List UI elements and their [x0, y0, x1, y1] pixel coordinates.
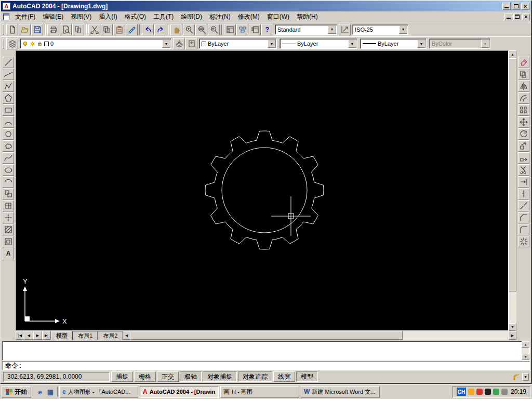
taskbar-task-button[interactable]: AAutoCAD 2004 - [Drawin... — [140, 386, 219, 398]
command-history[interactable]: 命令:命令: _.erase 找到 1 个 ▲ ▼ — [2, 341, 530, 361]
construction-line-button[interactable] — [3, 69, 14, 80]
layer-lock-icon[interactable] — [37, 41, 43, 47]
status-toggle-button[interactable]: 模型 — [296, 371, 318, 382]
arc-button[interactable] — [3, 116, 14, 128]
tool-palettes-button[interactable] — [249, 24, 261, 35]
horizontal-scroll-thumb[interactable] — [130, 331, 403, 340]
revcloud-button[interactable] — [3, 140, 14, 152]
toolbar-grip[interactable] — [3, 38, 4, 49]
make-object-layer-current-button[interactable] — [173, 38, 185, 49]
scroll-right-button[interactable]: ▶ — [509, 331, 516, 340]
vertical-scroll-track[interactable] — [509, 58, 516, 323]
status-toggle-button[interactable]: 正交 — [157, 371, 179, 382]
dropdown-arrow-icon[interactable]: ▼ — [399, 25, 407, 34]
tray-icon-2[interactable] — [476, 389, 483, 395]
tab-nav-button[interactable]: |◀ — [16, 331, 24, 340]
line-button[interactable] — [3, 57, 14, 68]
coordinate-display[interactable]: 302.6213, 69.2981, 0.0000 — [3, 372, 110, 382]
plot-preview-button[interactable] — [60, 24, 72, 35]
dim-style-button[interactable] — [339, 24, 351, 35]
minimize-button[interactable] — [502, 3, 511, 10]
mtext-button[interactable]: A — [3, 248, 14, 259]
status-toggle-button[interactable]: 对象追踪 — [238, 371, 272, 382]
redo-button[interactable] — [154, 24, 166, 35]
menu-item[interactable]: 文件(F) — [11, 11, 39, 22]
break-button[interactable] — [518, 200, 529, 211]
vertical-scroll-thumb[interactable] — [509, 58, 516, 291]
layer-on-icon[interactable] — [22, 41, 28, 47]
fillet-button[interactable] — [518, 224, 529, 235]
point-button[interactable] — [3, 212, 14, 223]
hatch-button[interactable] — [3, 224, 14, 235]
extend-button[interactable] — [518, 176, 529, 188]
ellipse-button[interactable] — [3, 164, 14, 176]
close-button[interactable]: × — [521, 3, 529, 10]
linetype-combo[interactable]: ByLayer ▼ — [280, 38, 357, 49]
properties-button[interactable] — [224, 24, 236, 35]
menu-item[interactable]: 标注(N) — [206, 11, 234, 22]
copy-clip-button[interactable] — [101, 24, 113, 35]
command-scroll-down-button[interactable]: ▼ — [522, 354, 529, 360]
menu-item[interactable]: 视图(V) — [67, 11, 95, 22]
command-scroll-up-button[interactable]: ▲ — [522, 341, 529, 348]
command-input[interactable]: 命令: — [2, 361, 530, 370]
save-button[interactable] — [31, 24, 43, 35]
tab-nav-button[interactable]: ▶| — [42, 331, 51, 340]
horizontal-scrollbar[interactable]: ◀ ▶ — [123, 331, 516, 340]
status-toggle-button[interactable]: 极轴 — [180, 371, 202, 382]
layer-previous-button[interactable] — [185, 38, 197, 49]
volume-icon[interactable] — [501, 389, 508, 395]
start-button[interactable]: 开始 — [2, 386, 31, 398]
rotate-button[interactable] — [518, 128, 529, 140]
make-block-button[interactable] — [3, 200, 14, 211]
zoom-window-button[interactable] — [195, 24, 207, 35]
tab-model[interactable]: 模型 — [51, 331, 73, 340]
tray-icon-1[interactable] — [468, 389, 474, 395]
rectangle-button[interactable] — [3, 104, 14, 116]
menu-item[interactable]: 编辑(E) — [39, 11, 67, 22]
offset-button[interactable] — [518, 92, 529, 104]
undo-button[interactable] — [142, 24, 154, 35]
scroll-down-button[interactable]: ▼ — [509, 323, 516, 331]
trim-button[interactable] — [518, 164, 529, 176]
polyline-button[interactable] — [3, 81, 14, 92]
color-combo[interactable]: ByLayer ▼ — [199, 38, 277, 49]
internet-explorer-icon[interactable]: e — [35, 387, 45, 396]
status-toggle-button[interactable]: 对象捕捉 — [203, 371, 237, 382]
layer-manager-button[interactable] — [6, 38, 18, 49]
qnew-button[interactable] — [6, 24, 18, 35]
zoom-previous-button[interactable] — [208, 24, 220, 35]
cut-button[interactable] — [88, 24, 100, 35]
circle-button[interactable] — [3, 128, 14, 140]
polygon-button[interactable] — [3, 92, 14, 104]
paste-button[interactable] — [113, 24, 125, 35]
scale-button[interactable] — [518, 140, 529, 152]
clock[interactable]: 20:19 — [510, 388, 526, 395]
status-toggle-button[interactable]: 线宽 — [273, 371, 295, 382]
region-button[interactable] — [3, 236, 14, 247]
taskbar-task-button[interactable]: 画H - 画图 — [220, 386, 299, 398]
insert-block-button[interactable] — [3, 188, 14, 200]
communication-center-icon[interactable] — [513, 373, 521, 381]
menu-item[interactable]: 绘图(D) — [177, 11, 206, 22]
qq-icon[interactable] — [485, 389, 491, 395]
menu-item[interactable]: 帮助(H) — [293, 11, 322, 22]
text-style-combo[interactable]: Standard ▼ — [275, 24, 337, 35]
gear-outline[interactable] — [205, 131, 324, 249]
copy-button[interactable] — [518, 69, 529, 80]
status-toggle-button[interactable]: 捕捉 — [111, 371, 133, 382]
open-button[interactable] — [19, 24, 31, 35]
dim-style-combo[interactable]: ISO-25 ▼ — [352, 24, 408, 35]
spline-button[interactable] — [3, 152, 14, 164]
gear-inner-circle[interactable] — [222, 148, 307, 233]
vertical-scrollbar[interactable]: ▲ ▼ — [509, 50, 516, 331]
move-button[interactable] — [518, 116, 529, 128]
dropdown-arrow-icon[interactable]: ▼ — [348, 39, 356, 48]
stretch-button[interactable] — [518, 152, 529, 164]
mdi-minimize-button[interactable] — [504, 14, 512, 20]
tab-nav-button[interactable]: ◀ — [24, 331, 33, 340]
designcenter-button[interactable] — [236, 24, 248, 35]
scroll-left-button[interactable]: ◀ — [123, 331, 130, 340]
chamfer-button[interactable] — [518, 212, 529, 223]
status-toggle-button[interactable]: 栅格 — [134, 371, 156, 382]
